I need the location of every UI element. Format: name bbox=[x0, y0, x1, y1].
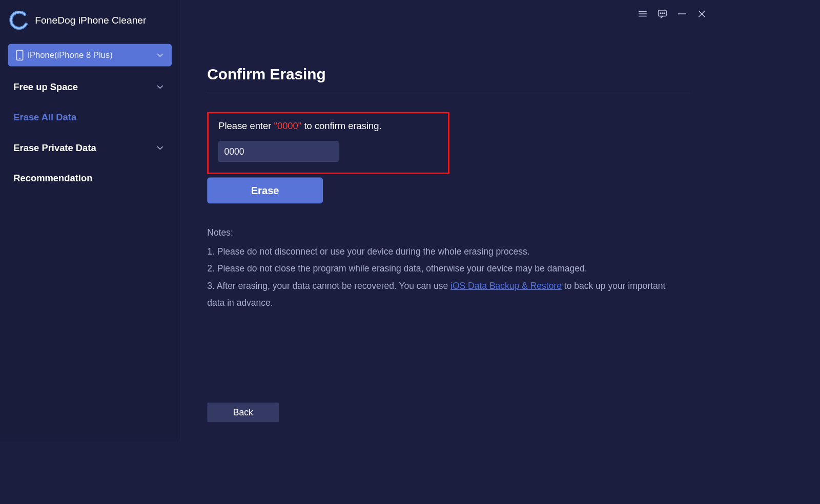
sidebar-item-label: Erase All Data bbox=[13, 112, 76, 123]
notes-heading: Notes: bbox=[207, 224, 683, 241]
app-title: FoneDog iPhone Cleaner bbox=[35, 15, 146, 27]
device-selector[interactable]: iPhone(iPhone 8 Plus) bbox=[8, 44, 172, 67]
ios-backup-link[interactable]: iOS Data Backup & Restore bbox=[450, 281, 562, 290]
sidebar-item-label: Free up Space bbox=[13, 81, 78, 92]
confirm-highlight-box: Please enter "0000" to confirm erasing. bbox=[207, 112, 449, 174]
app-logo-icon bbox=[9, 11, 29, 31]
chevron-down-icon bbox=[156, 53, 163, 57]
sidebar-item-recommendation[interactable]: Recommendation bbox=[0, 163, 180, 194]
erase-button[interactable]: Erase bbox=[207, 178, 323, 204]
confirm-prompt: Please enter "0000" to confirm erasing. bbox=[218, 120, 438, 131]
back-button[interactable]: Back bbox=[207, 403, 279, 423]
feedback-icon[interactable] bbox=[658, 9, 667, 19]
svg-point-4 bbox=[660, 13, 661, 14]
notes-line-3-prefix: 3. After erasing, your data cannot be re… bbox=[207, 281, 450, 290]
minimize-icon[interactable] bbox=[677, 9, 687, 19]
sidebar-item-label: Erase Private Data bbox=[13, 142, 96, 153]
close-icon[interactable] bbox=[697, 9, 707, 19]
device-selector-content: iPhone(iPhone 8 Plus) bbox=[16, 50, 113, 60]
sidebar-item-erase-all-data[interactable]: Erase All Data bbox=[0, 102, 180, 133]
confirm-code-input[interactable] bbox=[218, 141, 339, 162]
device-label: iPhone(iPhone 8 Plus) bbox=[28, 50, 112, 60]
main-area: Confirm Erasing Please enter "0000" to c… bbox=[180, 0, 717, 441]
chevron-down-icon bbox=[156, 145, 163, 150]
chevron-down-icon bbox=[156, 85, 163, 89]
sidebar-header: FoneDog iPhone Cleaner bbox=[0, 0, 180, 44]
notes-line-2: 2. Please do not close the program while… bbox=[207, 260, 683, 277]
prompt-prefix: Please enter bbox=[218, 120, 274, 131]
notes-line-3: 3. After erasing, your data cannot be re… bbox=[207, 277, 683, 311]
menu-icon[interactable] bbox=[638, 9, 647, 19]
notes-section: Notes: 1. Please do not disconnect or us… bbox=[207, 224, 683, 311]
sidebar-nav: Free up Space Erase All Data Erase Priva… bbox=[0, 72, 180, 194]
sidebar: FoneDog iPhone Cleaner iPhone(iPhone 8 P… bbox=[0, 0, 180, 441]
svg-point-5 bbox=[662, 13, 663, 14]
erase-button-label: Erase bbox=[251, 184, 279, 197]
sidebar-item-label: Recommendation bbox=[13, 173, 92, 184]
divider bbox=[207, 94, 690, 94]
svg-point-6 bbox=[664, 13, 665, 14]
prompt-code: "0000" bbox=[274, 120, 301, 131]
sidebar-item-erase-private-data[interactable]: Erase Private Data bbox=[0, 133, 180, 163]
window-controls bbox=[638, 9, 707, 19]
sidebar-item-free-up-space[interactable]: Free up Space bbox=[0, 72, 180, 102]
prompt-suffix: to confirm erasing. bbox=[301, 120, 381, 131]
back-button-label: Back bbox=[233, 407, 253, 417]
page-title: Confirm Erasing bbox=[207, 66, 690, 83]
notes-line-1: 1. Please do not disconnect or use your … bbox=[207, 243, 683, 260]
app-window: FoneDog iPhone Cleaner iPhone(iPhone 8 P… bbox=[0, 0, 717, 441]
phone-icon bbox=[16, 50, 24, 60]
content: Confirm Erasing Please enter "0000" to c… bbox=[207, 0, 690, 311]
